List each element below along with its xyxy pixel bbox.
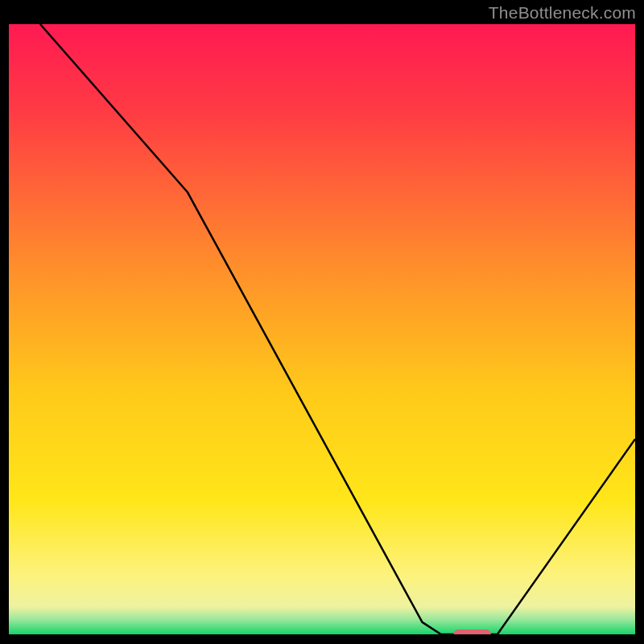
plot-area	[9, 24, 635, 634]
optimal-marker	[453, 630, 491, 634]
chart-root: TheBottleneck.com	[0, 0, 644, 644]
watermark-text: TheBottleneck.com	[489, 3, 636, 23]
chart-svg	[9, 24, 635, 634]
gradient-background	[9, 24, 635, 634]
